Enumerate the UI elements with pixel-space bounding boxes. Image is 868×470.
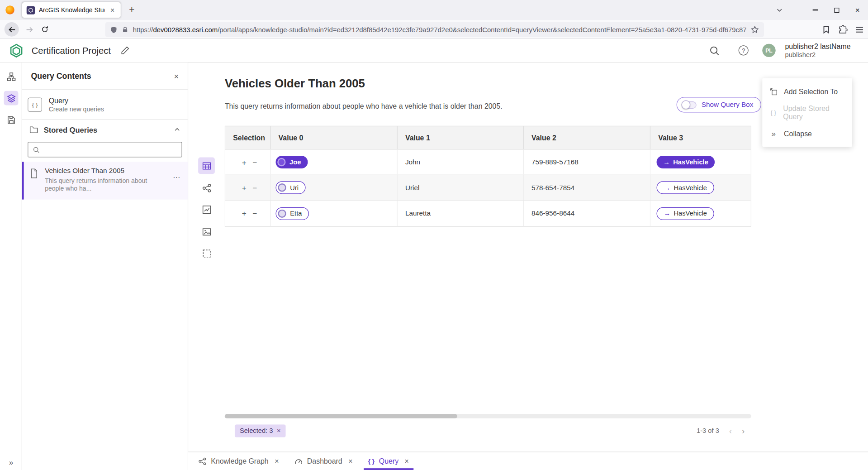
scrollbar-thumb[interactable] xyxy=(225,414,457,418)
node-pill[interactable]: Uri xyxy=(276,181,306,194)
pocket-icon[interactable] xyxy=(821,25,831,34)
relationship-pill[interactable]: → HasVehicle xyxy=(657,156,715,168)
add-to-selection-button[interactable]: + xyxy=(242,158,247,167)
tab-knowledge-graph[interactable]: Knowledge Graph × xyxy=(190,452,287,470)
selection-box-icon[interactable] xyxy=(198,245,215,262)
list-tabs-chevron-icon[interactable] xyxy=(774,5,785,15)
user-username: publisher2 xyxy=(785,51,850,59)
panel-close-icon[interactable]: × xyxy=(174,71,179,81)
tab-close-button[interactable]: × xyxy=(109,5,116,15)
node-dot-icon xyxy=(278,183,286,192)
url-bar[interactable]: https://dev0028833.esri.com/portal/apps/… xyxy=(105,22,764,37)
lock-icon[interactable] xyxy=(122,26,128,34)
menu-item-update-stored-query[interactable]: { } Update Stored Query xyxy=(762,102,852,123)
relationship-pill[interactable]: → HasVehicle xyxy=(657,207,714,220)
node-pill[interactable]: Joe xyxy=(276,156,308,168)
column-header-value1[interactable]: Value 1 xyxy=(398,126,524,149)
maximize-button[interactable] xyxy=(826,0,847,20)
edit-title-pencil-icon[interactable] xyxy=(121,46,130,55)
arrow-right-icon: → xyxy=(664,210,670,217)
url-text: https://dev0028833.esri.com/portal/apps/… xyxy=(133,26,746,34)
view-tabs-bar: Knowledge Graph × Dashboard × { } Query … xyxy=(188,451,868,470)
results-table: Selection Value 0 Value 1 Value 2 Value … xyxy=(225,126,751,227)
page-range: 1-3 of 3 xyxy=(697,427,719,434)
stored-queries-search[interactable] xyxy=(28,142,182,157)
minimize-button[interactable] xyxy=(805,0,826,20)
braces-icon: { } xyxy=(769,109,778,116)
extensions-puzzle-icon[interactable] xyxy=(838,25,848,34)
stored-queries-search-input[interactable] xyxy=(44,146,177,153)
column-header-value3[interactable]: Value 3 xyxy=(650,126,751,149)
table-view-icon[interactable] xyxy=(198,158,215,174)
stored-query-item-selected[interactable]: Vehicles Older Than 2005 This query retu… xyxy=(22,162,188,199)
add-to-selection-button[interactable]: + xyxy=(242,209,247,218)
next-page-icon[interactable]: › xyxy=(742,426,745,436)
horizontal-scrollbar[interactable] xyxy=(225,414,751,418)
folder-icon xyxy=(29,126,38,134)
project-title: Certification Project xyxy=(32,39,111,63)
tab-query[interactable]: { } Query × xyxy=(360,452,417,470)
user-info[interactable]: publisher2 lastName publisher2 xyxy=(785,42,850,59)
hamburger-menu-icon[interactable] xyxy=(855,25,864,34)
cell-value2: 759-889-57168 xyxy=(524,149,650,174)
search-icon xyxy=(33,146,40,153)
column-header-value0[interactable]: Value 0 xyxy=(270,126,397,149)
add-selection-icon xyxy=(769,87,778,96)
link-chart-icon[interactable] xyxy=(198,180,215,197)
user-name: publisher2 lastName xyxy=(785,42,850,51)
column-header-value2[interactable]: Value 2 xyxy=(524,126,650,149)
save-icon[interactable] xyxy=(4,112,19,127)
bookmark-star-icon[interactable] xyxy=(751,25,759,34)
close-tab-icon[interactable]: × xyxy=(348,457,352,465)
toggle-switch[interactable] xyxy=(682,101,697,108)
remove-from-selection-button[interactable]: − xyxy=(252,183,257,192)
chevron-up-icon[interactable] xyxy=(174,126,180,133)
table-row: + − Uri Uriel 578-654-7854 → HasVehicle xyxy=(225,175,750,201)
shield-icon[interactable] xyxy=(110,26,118,34)
image-view-icon[interactable] xyxy=(198,223,215,240)
cell-value1: John xyxy=(398,149,524,174)
help-icon[interactable]: ? xyxy=(739,45,749,55)
expand-rail-icon[interactable]: » xyxy=(0,458,22,467)
window-controls: × xyxy=(805,0,868,20)
user-avatar[interactable]: PL xyxy=(762,44,775,57)
browser-tab[interactable]: ArcGIS Knowledge Studio × xyxy=(22,2,121,18)
tab-title: ArcGIS Knowledge Studio xyxy=(39,7,105,14)
more-options-ellipsis-icon[interactable]: … xyxy=(173,171,181,180)
remove-from-selection-button[interactable]: − xyxy=(252,158,257,167)
selected-count-chip[interactable]: Selected: 3 × xyxy=(235,424,286,437)
new-tab-button[interactable]: + xyxy=(125,3,138,16)
add-to-selection-button[interactable]: + xyxy=(242,183,247,192)
remove-from-selection-button[interactable]: − xyxy=(252,209,257,218)
tab-dashboard[interactable]: Dashboard × xyxy=(287,452,360,470)
close-tab-icon[interactable]: × xyxy=(275,457,279,465)
node-dot-icon xyxy=(277,158,285,166)
back-button[interactable] xyxy=(5,22,19,37)
column-header-selection[interactable]: Selection xyxy=(225,126,270,149)
arcgis-knowledge-logo-icon xyxy=(9,43,24,58)
clear-selection-icon[interactable]: × xyxy=(277,427,281,434)
layers-icon[interactable] xyxy=(4,91,19,106)
cell-value1: Uriel xyxy=(398,175,524,200)
hierarchy-icon[interactable] xyxy=(4,69,19,84)
new-query-item[interactable]: { } Query Create new queries xyxy=(22,90,188,120)
forward-button[interactable] xyxy=(22,22,37,37)
braces-icon: { } xyxy=(368,458,375,465)
browser-tab-bar: ArcGIS Knowledge Studio × + × xyxy=(0,0,868,20)
query-item-title: Query xyxy=(49,96,104,105)
node-pill[interactable]: Etta xyxy=(276,207,309,220)
cell-value1: Lauretta xyxy=(398,201,524,226)
stored-queries-header[interactable]: Stored Queries xyxy=(22,120,188,139)
close-tab-icon[interactable]: × xyxy=(405,457,409,465)
previous-page-icon[interactable]: ‹ xyxy=(729,426,732,436)
chart-view-icon[interactable] xyxy=(198,201,215,218)
query-result-description: This query returns information about peo… xyxy=(225,102,503,110)
close-window-button[interactable]: × xyxy=(847,0,868,20)
show-query-box-toggle[interactable]: Show Query Box xyxy=(677,97,761,112)
relationship-pill[interactable]: → HasVehicle xyxy=(657,181,714,194)
reload-button[interactable] xyxy=(38,22,52,37)
menu-item-add-selection-to[interactable]: Add Selection To xyxy=(762,81,852,102)
search-icon[interactable] xyxy=(709,45,720,56)
menu-item-collapse[interactable]: » Collapse xyxy=(762,123,852,144)
tab-favicon-icon xyxy=(27,6,35,14)
